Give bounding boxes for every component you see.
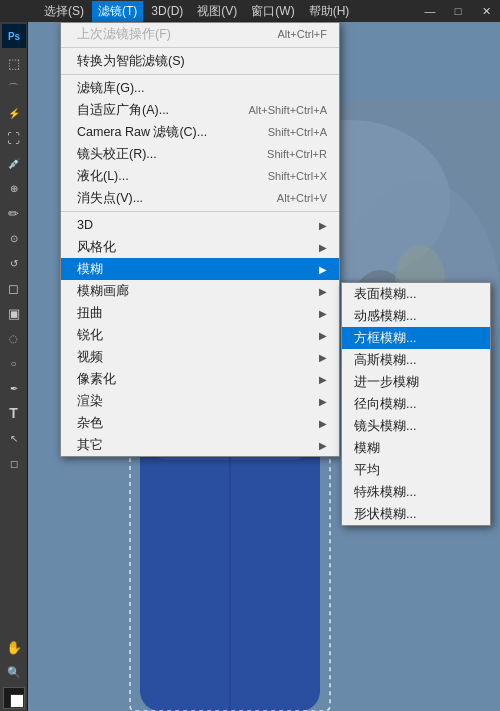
tool-gradient[interactable]: ▣ bbox=[2, 301, 26, 325]
menu-item-noise[interactable]: 杂色 ▶ bbox=[61, 412, 339, 434]
separator-2 bbox=[61, 74, 339, 75]
tool-path-select[interactable]: ↖ bbox=[2, 426, 26, 450]
menu-item-pixelate[interactable]: 像素化 ▶ bbox=[61, 368, 339, 390]
menu-item-blur-gallery[interactable]: 模糊画廊 ▶ bbox=[61, 280, 339, 302]
tool-select-rect[interactable]: ⬚ bbox=[2, 51, 26, 75]
menu-item-other[interactable]: 其它 ▶ bbox=[61, 434, 339, 456]
tool-zoom[interactable]: 🔍 bbox=[2, 660, 26, 684]
tool-lasso[interactable]: ⌒ bbox=[2, 76, 26, 100]
submenu-surface-blur[interactable]: 表面模糊... bbox=[342, 283, 490, 305]
menu-item-camera-raw[interactable]: Camera Raw 滤镜(C)... Shift+Ctrl+A bbox=[61, 121, 339, 143]
tool-pen[interactable]: ✒ bbox=[2, 376, 26, 400]
menu-view[interactable]: 视图(V) bbox=[191, 1, 243, 22]
submenu-lens-blur[interactable]: 镜头模糊... bbox=[342, 415, 490, 437]
menu-item-smart-filter[interactable]: 转换为智能滤镜(S) bbox=[61, 50, 339, 72]
submenu-box-blur[interactable]: 方框模糊... bbox=[342, 327, 490, 349]
menu-item-vanishing-point[interactable]: 消失点(V)... Alt+Ctrl+V bbox=[61, 187, 339, 209]
menu-bar: Ps 选择(S) 滤镜(T) 3D(D) 视图(V) 窗口(W) 帮助(H) —… bbox=[0, 0, 500, 22]
submenu-radial-blur[interactable]: 径向模糊... bbox=[342, 393, 490, 415]
foreground-color[interactable] bbox=[3, 687, 25, 709]
menu-select[interactable]: 选择(S) bbox=[38, 1, 90, 22]
submenu-smart-blur[interactable]: 特殊模糊... bbox=[342, 481, 490, 503]
menu-filter[interactable]: 滤镜(T) bbox=[92, 1, 143, 22]
menu-item-3d[interactable]: 3D ▶ bbox=[61, 214, 339, 236]
close-button[interactable]: ✕ bbox=[472, 0, 500, 22]
menu-3d[interactable]: 3D(D) bbox=[145, 2, 189, 20]
maximize-button[interactable]: □ bbox=[444, 0, 472, 22]
tool-history-brush[interactable]: ↺ bbox=[2, 251, 26, 275]
tool-shape[interactable]: ◻ bbox=[2, 451, 26, 475]
tool-text[interactable]: T bbox=[2, 401, 26, 425]
menu-help[interactable]: 帮助(H) bbox=[303, 1, 356, 22]
submenu-shape-blur[interactable]: 形状模糊... bbox=[342, 503, 490, 525]
tool-crop[interactable]: ⛶ bbox=[2, 126, 26, 150]
tool-quick-select[interactable]: ⚡ bbox=[2, 101, 26, 125]
submenu-gaussian-blur[interactable]: 高斯模糊... bbox=[342, 349, 490, 371]
menu-item-filter-gallery[interactable]: 滤镜库(G)... bbox=[61, 77, 339, 99]
blur-submenu: 表面模糊... 动感模糊... 方框模糊... 高斯模糊... 进一步模糊 径向… bbox=[341, 282, 491, 526]
tool-hand[interactable]: ✋ bbox=[2, 635, 26, 659]
tool-clone[interactable]: ⊙ bbox=[2, 226, 26, 250]
ps-logo-icon: Ps bbox=[2, 24, 26, 48]
menu-item-lens-correction[interactable]: 镜头校正(R)... Shift+Ctrl+R bbox=[61, 143, 339, 165]
menu-item-adaptive-wide[interactable]: 自适应广角(A)... Alt+Shift+Ctrl+A bbox=[61, 99, 339, 121]
submenu-average[interactable]: 平均 bbox=[342, 459, 490, 481]
tool-spot-heal[interactable]: ⊕ bbox=[2, 176, 26, 200]
menu-item-sharpen[interactable]: 锐化 ▶ bbox=[61, 324, 339, 346]
submenu-further-blur[interactable]: 进一步模糊 bbox=[342, 371, 490, 393]
menu-item-liquify[interactable]: 液化(L)... Shift+Ctrl+X bbox=[61, 165, 339, 187]
submenu-motion-blur[interactable]: 动感模糊... bbox=[342, 305, 490, 327]
window-controls: — □ ✕ bbox=[416, 0, 500, 22]
tool-brush[interactable]: ✏ bbox=[2, 201, 26, 225]
menu-item-stylize[interactable]: 风格化 ▶ bbox=[61, 236, 339, 258]
tool-dodge[interactable]: ○ bbox=[2, 351, 26, 375]
separator-3 bbox=[61, 211, 339, 212]
tool-blur[interactable]: ◌ bbox=[2, 326, 26, 350]
minimize-button[interactable]: — bbox=[416, 0, 444, 22]
left-toolbar: ✛ ⬚ ⌒ ⚡ ⛶ 💉 ⊕ ✏ ⊙ ↺ ◻ ▣ ◌ ○ ✒ T ↖ ◻ ✋ 🔍 bbox=[0, 22, 28, 711]
menu-item-blur[interactable]: 模糊 ▶ bbox=[61, 258, 339, 280]
menu-item-video[interactable]: 视频 ▶ bbox=[61, 346, 339, 368]
menu-window[interactable]: 窗口(W) bbox=[245, 1, 300, 22]
menu-item-render[interactable]: 渲染 ▶ bbox=[61, 390, 339, 412]
filter-menu: 上次滤镜操作(F) Alt+Ctrl+F 转换为智能滤镜(S) 滤镜库(G)..… bbox=[60, 22, 340, 457]
menu-item-last-filter[interactable]: 上次滤镜操作(F) Alt+Ctrl+F bbox=[61, 23, 339, 45]
separator-1 bbox=[61, 47, 339, 48]
submenu-blur[interactable]: 模糊 bbox=[342, 437, 490, 459]
menu-item-distort[interactable]: 扭曲 ▶ bbox=[61, 302, 339, 324]
tool-eyedropper[interactable]: 💉 bbox=[2, 151, 26, 175]
tool-eraser[interactable]: ◻ bbox=[2, 276, 26, 300]
